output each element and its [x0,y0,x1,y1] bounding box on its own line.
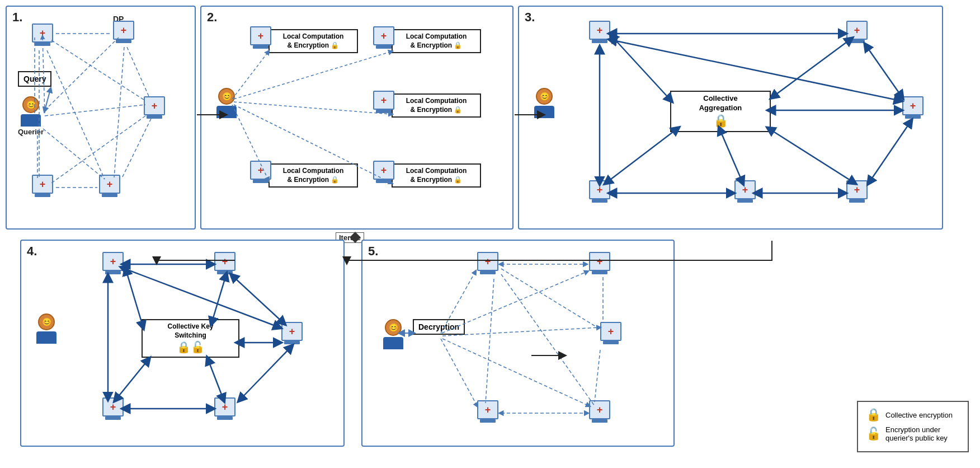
hospital-p2-bl: + [247,161,274,188]
panel-2-number: 2. [207,10,217,25]
hospital-p4-bl: + [100,397,126,424]
panel-5: 5. 😊 Decryption + + + + [361,240,675,447]
top-row: 1. DP + + + + [6,6,974,235]
svg-line-39 [234,277,284,324]
local-comp-box-4: Local Computation& Encryption 🔒 [268,163,358,188]
querier-person-p3: 😊 [530,88,558,118]
hospital-p5-tl: + [474,252,501,279]
legend-label-collective: Collective encryption [885,411,953,419]
svg-line-40 [211,277,225,324]
hospital-p3-5: + [732,180,758,207]
querier-person-p1: 😊 Querier [17,96,45,136]
panel-1-number: 1. [12,10,22,25]
hospital-p5-bl: + [474,400,501,427]
querier-person-p4: 😊 [32,313,60,344]
hospital-p5-mr: + [597,322,624,349]
svg-line-53 [501,269,597,327]
decryption-box: Decryption [413,319,465,335]
svg-line-13 [121,119,151,179]
hospital-p1-midright: + [141,96,168,123]
panel-5-number: 5. [368,244,378,259]
main-container: 1. DP + + + + [0,0,980,468]
hospital-p2-br: + [370,161,397,188]
svg-line-42 [115,361,147,400]
panel-3: 3. 😊 CollectiveAggregation🔒 + + [518,6,943,230]
svg-line-10 [127,47,149,97]
panel-2: 2. 😊 Local Computation& Encryption 🔒 Loc… [200,6,513,230]
svg-line-25 [867,47,902,97]
hospital-p3-6: + [844,180,870,207]
legend: 🔒 Collective encryption 🔓 Encryption und… [857,401,969,452]
legend-label-querier: Encryption underquerier's public key [885,425,948,442]
hospital-p3-4: + [586,180,613,207]
svg-line-23 [613,38,671,101]
hospital-p3-3: + [899,96,926,123]
blue-lock-icon: 🔓 [866,427,881,441]
hospital-p2-mr: + [370,91,397,118]
svg-line-28 [606,130,676,183]
hospital-p1-topright: + [110,21,137,48]
querier-person-p2: 😊 [213,88,241,118]
svg-line-9 [47,50,105,179]
svg-line-5 [43,129,105,179]
hospital-p3-2: + [844,21,870,48]
svg-line-43 [209,361,224,400]
svg-line-44 [239,348,290,400]
hospital-p4-mr: + [279,322,305,349]
local-comp-box-3: Local Computation& Encryption 🔒 [392,93,481,118]
local-comp-box-1: Local Computation& Encryption 🔒 [268,29,358,53]
panel-4-number: 4. [27,244,37,259]
hospital-p4-br: + [211,397,238,424]
svg-line-55 [501,274,595,406]
svg-line-26 [772,40,849,97]
hospital-p2-tl: + [247,26,274,53]
hospital-p1-botleft: + [29,175,56,202]
svg-line-54 [486,279,494,403]
hospital-p1-botright: + [96,175,123,202]
svg-line-11 [114,47,124,177]
querier-person-p5: 😊 [379,319,407,349]
svg-line-51 [442,339,589,406]
hospital-p4-tr: + [211,252,238,279]
svg-line-29 [720,131,743,183]
collective-key-switching-box: Collective KeySwitching🔒🔓 [142,319,239,358]
hospital-p1-topleft: + [29,24,56,50]
local-comp-box-5: Local Computation& Encryption 🔒 [392,163,481,188]
svg-line-30 [771,130,855,183]
svg-line-3 [45,105,145,116]
hospital-p3-1: + [586,21,613,48]
panel-3-number: 3. [525,10,535,25]
svg-line-37 [126,272,143,327]
svg-line-12 [51,116,145,183]
panel-4: 4. 😊 Collective KeySwitching🔒🔓 + + + [20,240,345,447]
svg-line-15 [45,90,50,110]
collective-aggregation-box: CollectiveAggregation🔒 [670,91,771,132]
legend-item-collective: 🔒 Collective encryption [866,408,960,422]
gold-lock-icon: 🔒 [866,408,881,422]
hospital-p4-tl: + [100,252,126,279]
svg-line-50 [441,339,477,406]
svg-line-18 [234,102,392,114]
svg-line-31 [869,123,910,183]
hospital-p2-tr: + [370,26,397,53]
panel-1: 1. DP + + + + [6,6,196,230]
hospital-p5-tr: + [586,252,613,279]
hospital-p5-br: + [586,400,613,427]
svg-line-49 [442,327,600,336]
svg-line-57 [595,350,600,402]
legend-item-querier: 🔓 Encryption underquerier's public key [866,425,960,442]
panel-5-arrows [362,241,673,446]
bottom-row: 4. 😊 Collective KeySwitching🔒🔓 + + + [6,240,974,458]
svg-line-7 [51,40,145,101]
local-comp-box-2: Local Computation& Encryption 🔒 [392,29,481,53]
svg-line-17 [234,52,392,99]
query-box: Query [18,71,51,87]
